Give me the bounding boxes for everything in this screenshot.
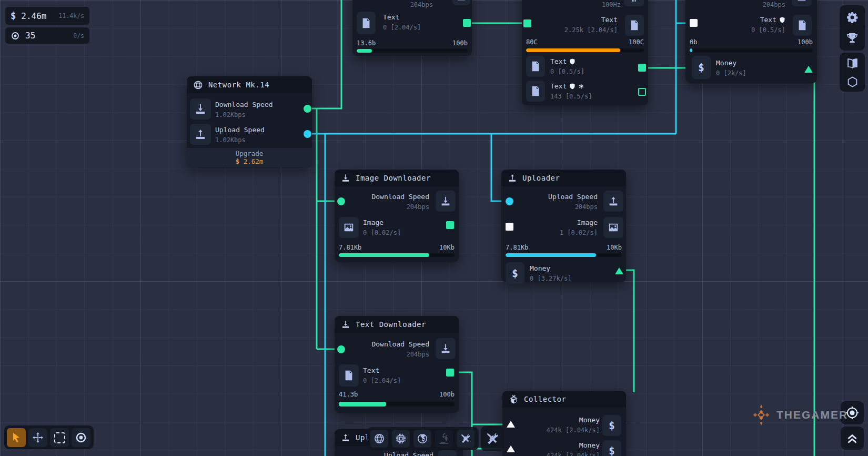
target-tool-button[interactable] bbox=[72, 428, 90, 447]
microscope-category-button[interactable] bbox=[435, 430, 453, 448]
node-title: Text Downloader bbox=[356, 320, 426, 329]
encyclopedia-button[interactable] bbox=[842, 54, 862, 72]
globe-category-button[interactable] bbox=[370, 430, 388, 448]
node-uploader[interactable]: Uploader Upload Speed 204bps Image 1 [0.… bbox=[501, 170, 626, 282]
money-output-port[interactable] bbox=[615, 267, 623, 274]
dollar-icon: $ bbox=[506, 262, 524, 284]
achievements-button[interactable] bbox=[842, 29, 862, 48]
node-text-processor[interactable]: 100Hz Text 2.25k [2.04/s] 80C 100C Text … bbox=[522, 0, 648, 105]
download-icon bbox=[436, 338, 456, 359]
hud-targets: 35 0/s bbox=[5, 27, 89, 44]
upload-icon bbox=[341, 433, 350, 442]
chip-category-button[interactable] bbox=[392, 430, 410, 448]
money-input-port[interactable] bbox=[507, 421, 515, 428]
node-text-downloader[interactable]: Text Downloader Download Speed 204bps Te… bbox=[335, 316, 459, 413]
node-title: Network Mk.14 bbox=[208, 81, 269, 89]
output-port-empty[interactable] bbox=[638, 88, 646, 96]
speed-value: 204bps bbox=[407, 203, 429, 211]
tool-mode-bar bbox=[4, 425, 94, 449]
progress-cur: 13.6b bbox=[357, 39, 376, 47]
output-port[interactable] bbox=[463, 19, 471, 27]
item-label: Text bbox=[383, 13, 399, 21]
tools-category-button[interactable] bbox=[457, 430, 475, 448]
upload-value: 1.02Kbps bbox=[215, 136, 246, 144]
book-icon bbox=[846, 57, 859, 70]
progress-bar bbox=[339, 253, 455, 257]
out1-value: 0 [0.5/s] bbox=[550, 68, 584, 75]
shield-icon bbox=[569, 83, 576, 90]
settings-button[interactable] bbox=[842, 8, 862, 27]
money-input-port[interactable] bbox=[507, 445, 515, 452]
crossed-tools-icon bbox=[485, 431, 500, 446]
node-image-downloader[interactable]: Image Downloader Download Speed 204bps I… bbox=[335, 170, 459, 262]
download-output-port[interactable] bbox=[304, 105, 311, 113]
money-label: Money bbox=[530, 264, 550, 272]
row1-label: Money bbox=[579, 416, 600, 424]
dollar-icon: $ bbox=[602, 440, 621, 456]
item-label: Text bbox=[363, 366, 379, 374]
temp-max: 100C bbox=[629, 38, 644, 46]
upgrade-currency: $ bbox=[236, 157, 240, 165]
game-canvas[interactable]: $ 2.46m 11.4k/s 35 0/s 204bps Text 0 [2.… bbox=[0, 0, 868, 456]
temp-cur: 80C bbox=[526, 38, 538, 46]
node-title: Uploader bbox=[522, 174, 560, 182]
download-icon bbox=[190, 98, 211, 120]
node-header[interactable]: Network Mk.14 bbox=[187, 76, 312, 93]
upgrade-button[interactable]: Upgrade $ 2.62m bbox=[187, 148, 312, 167]
money-output-port[interactable] bbox=[804, 66, 813, 73]
wire-network-download bbox=[308, 0, 341, 108]
hexagon-button[interactable] bbox=[842, 73, 862, 91]
input-port[interactable] bbox=[523, 19, 531, 27]
sidebar-group-mid bbox=[840, 53, 865, 92]
image-icon bbox=[339, 217, 359, 238]
input-port[interactable] bbox=[690, 19, 698, 27]
download-icon bbox=[341, 173, 350, 183]
item-input-port[interactable] bbox=[506, 223, 513, 231]
wire-seller-money bbox=[809, 69, 814, 456]
output-port[interactable] bbox=[446, 221, 454, 229]
node-header[interactable]: Image Downloader bbox=[335, 170, 459, 186]
hud-money: $ 2.46m 11.4k/s bbox=[5, 7, 89, 25]
document-icon bbox=[793, 15, 812, 36]
document-icon bbox=[526, 81, 545, 102]
speed-input-port[interactable] bbox=[337, 345, 345, 353]
node-collector[interactable]: Collector Money 424k [2.04k/s] $ Money 4… bbox=[502, 391, 626, 456]
image-icon bbox=[603, 217, 623, 238]
progress-cur: 7.81Kb bbox=[506, 244, 528, 251]
cursor-tool-button[interactable] bbox=[7, 428, 26, 447]
download-value: 1.02Kbps bbox=[215, 111, 246, 118]
node-mini-text-downloader[interactable]: 204bps Text 0 [2.04/s] 13.6b 100b bbox=[352, 0, 472, 56]
speed-input-port[interactable] bbox=[337, 197, 345, 205]
move-tool-button[interactable] bbox=[28, 428, 47, 447]
output-port[interactable] bbox=[638, 64, 646, 72]
marquee-select-button[interactable] bbox=[50, 428, 69, 447]
item-value: 1 [0.02/s] bbox=[560, 229, 598, 236]
item-label: Image bbox=[577, 219, 598, 226]
sidebar-group-top bbox=[840, 5, 865, 51]
progress-cur: 7.81Kb bbox=[339, 244, 361, 251]
money-label: Money bbox=[716, 59, 736, 67]
output-port[interactable] bbox=[446, 369, 454, 376]
node-header[interactable]: Text Downloader bbox=[335, 316, 459, 333]
crossed-tools-button[interactable] bbox=[481, 426, 504, 451]
cursor-icon bbox=[10, 431, 23, 444]
speed-label: Upload Speed bbox=[548, 193, 598, 201]
upload-output-port[interactable] bbox=[304, 130, 311, 138]
hud-money-value: 2.46m bbox=[21, 11, 46, 21]
progress-max: 100b bbox=[798, 38, 813, 46]
progress-max: 10Kb bbox=[607, 244, 622, 251]
fan-category-button[interactable] bbox=[413, 430, 431, 448]
collapse-button[interactable] bbox=[841, 427, 864, 450]
speed-input-port[interactable] bbox=[506, 197, 513, 205]
upgrade-price: 2.62m bbox=[244, 157, 264, 165]
node-header[interactable]: Uploader bbox=[501, 170, 626, 186]
node-text-seller[interactable]: 204bps Text 0 [0.5/s] 0b 100b $ Money 0 … bbox=[685, 0, 817, 83]
download-icon bbox=[792, 0, 812, 6]
upload-label: Upload Speed bbox=[215, 126, 265, 134]
hud-money-rate: 11.4k/s bbox=[59, 12, 84, 19]
node-network[interactable]: Network Mk.14 Download Speed 1.02Kbps Up… bbox=[187, 76, 312, 167]
money-value: 0 [3.27k/s] bbox=[530, 275, 571, 282]
upload-icon bbox=[190, 124, 211, 145]
node-header[interactable]: Collector bbox=[502, 391, 626, 408]
globe-icon bbox=[193, 80, 203, 90]
